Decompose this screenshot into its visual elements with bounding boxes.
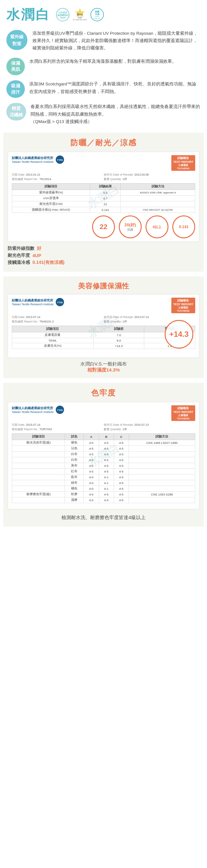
col-test-method: 試驗方法 (121, 184, 195, 190)
moisture-ttri-en: Taiwan Textile Research Institute (12, 303, 54, 306)
uv-description: 添加世界級抗UV專門成份 - Clariant UV Protection by… (33, 30, 201, 52)
svg-text:TTRI: TTRI (57, 409, 63, 412)
ttri-cn-name: 財團法人紡織產業綜合研究所 (12, 156, 54, 160)
header: 水潤白 日本美容 修護機能紗 TecH 抗UV 防護 UV PROTECTION (0, 0, 207, 27)
moisture-description: 水潤白系列所含的深海魚子精萃及海藻胺基酸酊，對肌膚有潤濕保濕效果。 (29, 58, 201, 65)
svg-text:COOL: COOL (95, 16, 100, 18)
table-row: 黃布4-54-54-5 (12, 463, 195, 469)
moisture-ttri-logo: 財團法人紡織產業綜合研究所 Taiwan Textile Research In… (12, 298, 64, 307)
color-col-header: B (99, 434, 114, 440)
table-row: 白布4-54-54-5 (12, 452, 195, 457)
moisture-report-meta: 日期 Date: 2013.07.14 收件日 Date of Receipt:… (12, 315, 195, 324)
moisture-section: 保濕 美肌 水潤白系列所含的深海魚子精萃及海藻胺基酸酊，對肌膚有潤濕保濕效果。 (0, 55, 207, 78)
table-row: 紫外線遮蔽率(%)5.0AS/NZS 4399-1996, appendix A (12, 190, 195, 196)
color-test-table: 試驗項目試色ABC試驗方法 耐水洗色牢度(級)褪色4-54-54-5CNS 14… (12, 433, 195, 503)
table-row: 橘色4-04-14-5 (12, 486, 195, 492)
moisture-ttri-emblem: TTRI (56, 298, 64, 307)
col-test-item: 試驗項目 (12, 184, 90, 190)
cool-badge-icon: 接觸 冷感 COOL TOUCH (90, 7, 104, 22)
table-row: 耐水洗色牢度(級)褪色4-54-54-5CNS 1469 LS027-1990 (12, 440, 195, 446)
uv-report-meta: 日期 Date: 2013.01.21 收件日 Date of Receipt:… (12, 173, 195, 181)
uv-report-title: 防曬／耐光／涼感 (8, 138, 199, 148)
moisture-report-stamp: 試驗報告 TEST REPORT 土城場區 TUCHENG (171, 298, 195, 313)
table-row: 耐摩擦色牢度(級)乾摩4-54-54-5CNS 1393 S288 (12, 492, 195, 497)
color-ttri-logo: 財團法人紡織產業綜合研究所 Taiwan Textile Research In… (12, 405, 64, 414)
table-row: 白布4-54-54-5 (12, 457, 195, 463)
color-report-meta: 日期 Date: 2015.07.14 收件日 Date of Receipt:… (12, 423, 195, 431)
uv-badge: 抗UV 防護 UV PROTECTION (73, 7, 87, 22)
ttri-emblem-icon: TTRI (56, 155, 64, 164)
tech-badge-icon: 日本美容 修護機能紗 TecH (56, 7, 70, 22)
svg-text:防護: 防護 (78, 17, 82, 19)
uv-section: 紫外線 對策 添加世界級抗UV專門成份 - Clariant UV Protec… (0, 27, 207, 55)
header-badges: 日本美容 修護機能紗 TecH 抗UV 防護 UV PROTECTION (56, 7, 104, 22)
sweat-section: 吸濕 排汗 添加3M Scotchgard™濕度調節分子，具有吸濕排汗、快乾、良… (0, 78, 207, 100)
table-row: 沾色4-54-54-5 (12, 446, 195, 452)
table-row: UVA穿透率4.7 (12, 196, 195, 202)
table-row: 耐光色牢度(CW)22 (12, 202, 195, 207)
uv-report-section: 防曬／耐光／涼感 水潤白 財團法人紡織產業綜合研究所 Taiwan Textil… (3, 132, 204, 272)
highlight-circle-22: 22 (92, 215, 115, 238)
brand-title: 水潤白 (6, 6, 50, 24)
uv-test-table: 試驗項目 試驗結果 試驗方法 紫外線遮蔽率(%)5.0AS/NZS 4399-1… (12, 183, 195, 213)
moisture-highlight-circle: +14.3 (165, 320, 193, 349)
cool-badge: 接觸 冷感 COOL TOUCH (90, 7, 104, 22)
col-test-result: 試驗結果 (90, 184, 121, 190)
uv-report-card: 水潤白 財團法人紡織產業綜合研究所 Taiwan Textile Researc… (8, 152, 199, 242)
ttri-en-name: Taiwan Textile Research Institute (12, 160, 54, 163)
color-col-header: C (114, 434, 129, 440)
svg-text:TecH: TecH (60, 17, 66, 19)
ttri-logo-area: 財團法人紡織產業綜合研究所 Taiwan Textile Research In… (12, 155, 64, 164)
svg-text:冷感: 冷感 (95, 13, 100, 16)
uv-report-stamp: 試驗報告 TEST REPORT 土城場區 TUCHENG (171, 155, 195, 171)
color-report-stamp: 試驗報告 TEST REPORT 土城場區 TUCHENG (171, 405, 195, 421)
result-lightfast: 耐光色牢度 4UP (8, 253, 199, 258)
uv-badge-icon: 抗UV 防護 UV PROTECTION (73, 7, 87, 22)
uv-highlight-row: 22 20(好) 防護 4以上 0.141 (12, 215, 195, 238)
color-col-header: 試驗方法 (129, 434, 195, 440)
cool-fiber-description: 春夏水潤白系列採用高吸水性天然樹木纖維，具絕佳透氣性，能總免春夏流汗所帶來的悶熱… (31, 103, 201, 126)
color-report-section: 色牢度 水潤白 財團法人紡織產業綜合研究所 Taiwan Textile Res… (3, 383, 204, 527)
moisture-ttri-cn: 財團法人紡織產業綜合研究所 (12, 298, 54, 303)
svg-text:TTRI: TTRI (57, 301, 63, 304)
uv-report-header: 財團法人紡織產業綜合研究所 Taiwan Textile Research In… (12, 155, 195, 171)
color-col-header: A (84, 434, 99, 440)
moisture-report-card: 水潤白 財團法人紡織產業綜合研究所 Taiwan Textile Researc… (8, 294, 199, 358)
moisture-report-title: 美容修護保濕性 (8, 281, 199, 291)
color-result-text: 檢測耐水洗、耐磨擦色牢度皆達4級以上 (8, 513, 199, 522)
result-uv-index: 防紫外線指數 好 (8, 246, 199, 251)
table-row: 紅布4-54-54-5 (12, 469, 195, 474)
color-report-title: 色牢度 (8, 388, 199, 398)
color-ttri-emblem: TTRI (56, 405, 64, 414)
svg-text:抗UV: 抗UV (76, 13, 83, 16)
svg-text:TOUCH: TOUCH (94, 18, 100, 20)
moisture-vs-text: 水潤白V.S.一般針織布 相對濕度14.3% (8, 361, 199, 373)
table-row: 接觸溫冷感(Q-max, W/cm2)0.141CNS 08012227 4(1… (12, 207, 195, 213)
sweat-description: 添加3M Scotchgard™濕度調節分子，具有吸濕排汗、快乾、良好的透氣性功… (29, 80, 201, 95)
color-report-header: 財團法人紡織產業綜合研究所 Taiwan Textile Research In… (12, 405, 195, 421)
svg-text:TTRI: TTRI (57, 159, 63, 161)
cool-fiber-section: 輕質 涼纖維 春夏水潤白系列採用高吸水性天然樹木纖維，具絕佳透氣性，能總免春夏流… (0, 100, 207, 128)
svg-text:日本美容: 日本美容 (58, 11, 68, 14)
result-cool-touch: 接觸溫冷感 0.141(有效涼感) (8, 260, 199, 266)
tech-badge: 日本美容 修護機能紗 TecH (56, 7, 70, 22)
highlight-circle-good: 20(好) 防護 (119, 215, 142, 238)
svg-text:接觸: 接觸 (95, 10, 99, 13)
table-row: 綠布4-04-14-5 (12, 480, 195, 486)
uv-result-labels: 防紫外線指數 好 耐光色牢度 4UP 接觸溫冷感 0.141(有效涼感) (8, 246, 199, 266)
color-ttri-en: Taiwan Textile Research Institute (12, 410, 54, 413)
moisture-label: 保濕 美肌 (6, 58, 25, 75)
color-ttri-cn: 財團法人紡織產業綜合研究所 (12, 406, 54, 410)
moisture-col-item: 試驗項目 (12, 326, 94, 332)
table-row: 藍布4-04-14-5 (12, 474, 195, 480)
moisture-report-section: 美容修護保濕性 水潤白 財團法人紡織產業綜合研究所 Taiwan Textile… (3, 276, 204, 378)
moisture-col-before: 試驗前 (93, 326, 144, 332)
sweat-label: 吸濕 排汗 (6, 80, 25, 98)
color-report-card: 水潤白 財團法人紡織產業綜合研究所 Taiwan Textile Researc… (8, 402, 199, 509)
svg-text:UV PROTECTION: UV PROTECTION (73, 19, 87, 21)
highlight-circle-qmax: 0.141 (172, 215, 195, 238)
color-col-header: 試驗項目 (12, 434, 65, 440)
cool-fiber-label: 輕質 涼纖維 (6, 103, 26, 120)
uv-label: 紫外線 對策 (6, 30, 27, 50)
table-row: 皮膚含水(%)+14.31.4 (12, 343, 195, 349)
